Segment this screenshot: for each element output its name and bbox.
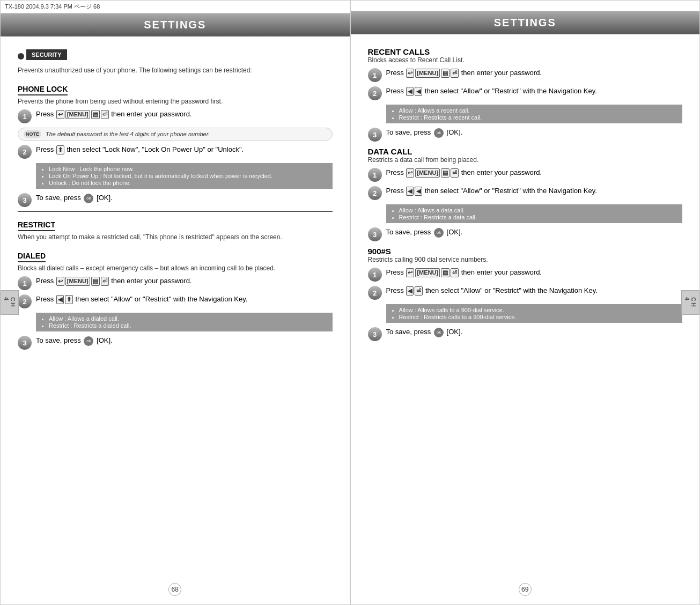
- rc-step1: 1 Press ↩[MENU]▤⏎ then enter your passwo…: [368, 68, 683, 82]
- nine-hundred-desc: Restricts calling 900 dial service numbe…: [368, 256, 683, 263]
- nine-step3-circle: 3: [368, 327, 382, 341]
- nine-step2-text: Press ◀⏎ then select "Allow" or "Restric…: [386, 286, 683, 296]
- dc-ok-btn: ok: [434, 228, 444, 238]
- note-label: NOTE: [24, 130, 41, 138]
- dialed-menu-label: [MENU]: [65, 277, 90, 286]
- data-call-desc: Restricts a data call from being placed.: [368, 156, 683, 164]
- step3-text: To save, press ok [OK].: [36, 193, 333, 203]
- phone-lock-desc: Prevents the phone from being used witho…: [18, 98, 333, 105]
- dc-bullet-allow: Allow : Allows a data call.: [399, 207, 677, 213]
- nine-step1-text: Press ↩[MENU]▤⏎ then enter your password…: [386, 268, 683, 277]
- security-badge-row: SECURITY: [18, 49, 333, 63]
- nine-bullet-allow: Allow : Allows calls to a 900-dial servi…: [399, 307, 677, 313]
- dialed-step3: 3 To save, press ok [OK].: [18, 336, 333, 350]
- nine-step3: 3 To save, press ok [OK].: [368, 327, 683, 341]
- recent-calls-desc: Blocks access to Recent Call List.: [368, 56, 683, 64]
- left-panel: TX-180 2004.9.3 7:34 PM ページ 68 SETTINGS …: [0, 0, 350, 605]
- step3-circle: 3: [18, 193, 32, 207]
- right-header-title: SETTINGS: [351, 17, 700, 29]
- bullet-lock-now: Lock Now : Lock the phone now.: [49, 166, 327, 172]
- rc-enter-icon: ⏎: [451, 69, 459, 78]
- dc-enter-icon: ⏎: [451, 168, 459, 178]
- dialed-step2-text: Press ◀⬆ then select "Allow" or "Restric…: [36, 294, 333, 304]
- dc-bullets: Allow : Allows a data call. Restrict : R…: [386, 204, 683, 223]
- dialed-enter-icon: ⏎: [101, 277, 109, 286]
- menu-label: [MENU]: [65, 110, 90, 119]
- nine-step3-text: To save, press ok [OK].: [386, 327, 683, 337]
- ch4-tab-right: CH4: [681, 290, 699, 315]
- rc-menu-label: [MENU]: [415, 69, 440, 78]
- security-intro: Prevents unauthorized use of your phone.…: [18, 67, 333, 74]
- dc-step3-circle: 3: [368, 227, 382, 241]
- phone-lock-step2: 2 Press ⬆ then select "Lock Now", "Lock …: [18, 145, 333, 159]
- rc-step3-text: To save, press ok [OK].: [386, 128, 683, 138]
- dc-step2-circle: 2: [368, 186, 382, 200]
- dc-menu-label: [MENU]: [415, 168, 440, 178]
- step2-text: Press ⬆ then select "Lock Now", "Lock On…: [36, 145, 333, 154]
- nine-ok-btn: ok: [434, 328, 444, 337]
- bullet-lock-power: Lock On Power Up : Not locked, but it is…: [49, 173, 327, 179]
- left-header: SETTINGS: [1, 13, 350, 36]
- enter-icon: ⏎: [101, 110, 109, 119]
- nine-step2-circle: 2: [368, 286, 382, 300]
- nine-bullets: Allow : Allows calls to a 900-dial servi…: [386, 304, 683, 323]
- file-info: TX-180 2004.9.3 7:34 PM ページ 68: [1, 1, 350, 13]
- note-text: The default password is the last 4 digit…: [46, 131, 210, 137]
- phone-lock-step1: 1 Press ↩[MENU]▤⏎ then enter your passwo…: [18, 109, 333, 123]
- dc-nav2a: ◀: [406, 187, 414, 196]
- rc-nav-icon: ▤: [441, 69, 450, 78]
- rc-step3-circle: 3: [368, 128, 382, 142]
- menu-icon: ↩: [56, 110, 64, 119]
- right-content: RECENT CALLS Blocks access to Recent Cal…: [351, 43, 700, 354]
- dialed-nav2a: ◀: [56, 295, 64, 304]
- dialed-title: DIALED: [18, 252, 46, 262]
- nine-menu-label: [MENU]: [415, 268, 440, 277]
- step1-circle: 1: [18, 109, 32, 123]
- restrict-desc: When you attempt to make a restricted ca…: [18, 233, 333, 241]
- dialed-bullets: Allow : Allows a dialed call. Restrict :…: [36, 313, 333, 331]
- nav-icon: ▤: [91, 110, 100, 119]
- dc-nav2b: ◀: [415, 187, 422, 196]
- file-info-text: TX-180 2004.9.3 7:34 PM ページ 68: [5, 3, 100, 10]
- dialed-nav2b: ⬆: [65, 295, 73, 304]
- security-dot: [18, 53, 24, 60]
- dc-step2-text: Press ◀◀ then select "Allow" or "Restric…: [386, 186, 683, 196]
- security-badge: SECURITY: [26, 49, 67, 60]
- nine-menu-icon: ↩: [406, 268, 414, 277]
- ch4-tab-left: CH4: [1, 290, 19, 315]
- rc-ok-btn: ok: [434, 128, 444, 138]
- dc-step2: 2 Press ◀◀ then select "Allow" or "Restr…: [368, 186, 683, 200]
- dialed-step2: 2 Press ◀⬆ then select "Allow" or "Restr…: [18, 294, 333, 308]
- restrict-title: RESTRICT: [18, 220, 55, 231]
- nine-bullet-restrict: Restrict : Restricts calls to a 900-dial…: [399, 314, 677, 320]
- dialed-step1-text: Press ↩[MENU]▤⏎ then enter your password…: [36, 276, 333, 286]
- dialed-step1: 1 Press ↩[MENU]▤⏎ then enter your passwo…: [18, 276, 333, 290]
- right-panel: SETTINGS RECENT CALLS Blocks access to R…: [350, 0, 701, 605]
- data-call-title: DATA CALL: [368, 147, 683, 156]
- nav2-icon: ⬆: [56, 145, 64, 154]
- step1-text: Press ↩[MENU]▤⏎ then enter your password…: [36, 109, 333, 119]
- rc-step3: 3 To save, press ok [OK].: [368, 128, 683, 142]
- rc-bullet-restrict: Restrict : Restricts a recent call.: [399, 114, 677, 121]
- nine-step1: 1 Press ↩[MENU]▤⏎ then enter your passwo…: [368, 268, 683, 282]
- rc-bullet-allow: Allow : Allows a recent call.: [399, 107, 677, 114]
- nine-nav2b: ⏎: [415, 286, 423, 296]
- rc-step2-text: Press ◀◀ then select "Allow" or "Restric…: [386, 86, 683, 96]
- dialed-step3-circle: 3: [18, 336, 32, 350]
- dialed-ok-btn: ok: [84, 336, 93, 346]
- dialed-step3-text: To save, press ok [OK].: [36, 336, 333, 346]
- dc-nav-icon: ▤: [441, 168, 450, 178]
- nine-nav-icon: ▤: [441, 268, 450, 277]
- dialed-nav-icon: ▤: [91, 277, 100, 286]
- dialed-desc: Blocks all dialed calls – except emergen…: [18, 264, 333, 272]
- dialed-bullet-allow: Allow : Allows a dialed call.: [49, 315, 327, 322]
- dc-step1-text: Press ↩[MENU]▤⏎ then enter your password…: [386, 168, 683, 178]
- phone-lock-step3: 3 To save, press ok [OK].: [18, 193, 333, 207]
- ok-btn: ok: [84, 194, 93, 203]
- dialed-bullet-restrict: Restrict : Restricts a dialed call.: [49, 322, 327, 329]
- phone-lock-title: PHONE LOCK: [18, 85, 68, 95]
- rc-menu-icon: ↩: [406, 69, 414, 78]
- dialed-step1-circle: 1: [18, 276, 32, 290]
- rc-step2-circle: 2: [368, 86, 382, 100]
- page-num-left: 68: [168, 583, 181, 596]
